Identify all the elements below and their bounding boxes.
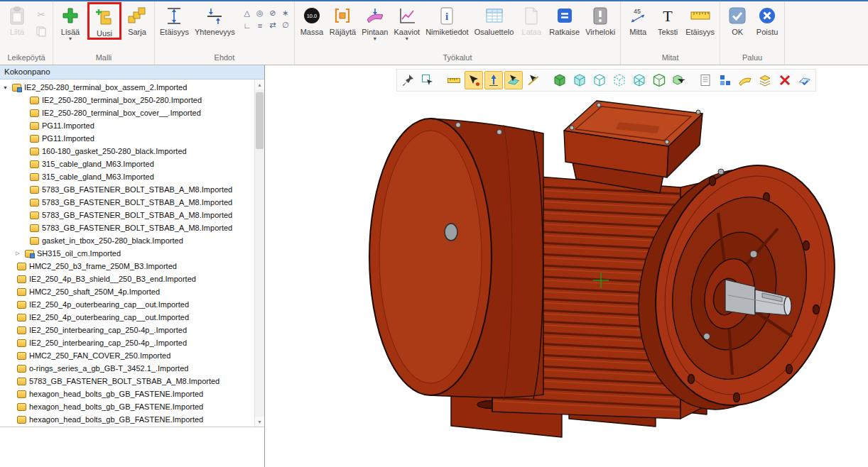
- tree-item[interactable]: PG11.Imported: [0, 119, 254, 132]
- notes-list-button[interactable]: [696, 71, 715, 89]
- surface-mode-button[interactable]: [736, 71, 754, 89]
- svg-text:i: i: [445, 11, 448, 22]
- motor-3d-model[interactable]: [265, 65, 868, 467]
- cut-button[interactable]: ✂: [33, 7, 49, 21]
- constraint-symmetric-button[interactable]: ∗: [279, 7, 292, 19]
- part-icon: [30, 211, 39, 219]
- diagrams-button[interactable]: Kaaviot ▾: [391, 3, 423, 41]
- item-info-button[interactable]: i Nimiketiedot: [423, 3, 472, 36]
- new-part-button[interactable]: Uusi: [89, 4, 119, 38]
- part-iso-button[interactable]: [650, 71, 668, 89]
- tree-item[interactable]: HMC2_250_FAN_COVER_250.Imported: [0, 349, 254, 362]
- constraint-parallel-button[interactable]: ≡: [254, 19, 266, 31]
- tree-item[interactable]: 315_cable_gland_M63.Imported: [0, 158, 254, 170]
- tree-item-label: HMC2_250_b3_frame_250M_B3.Imported: [29, 262, 177, 270]
- tree-item[interactable]: 5783_GB_FASTENER_BOLT_STBAB_A_M8.Importe…: [0, 196, 254, 209]
- 3d-viewport[interactable]: [265, 65, 868, 467]
- tree-item[interactable]: o-rings_series_a_gb_GB-T_3452.1_.Importe…: [0, 362, 254, 375]
- constraint-tangent-button[interactable]: ⊘: [266, 7, 279, 19]
- coincidence-constraint-button[interactable]: Yhtenevyys: [192, 3, 238, 36]
- ok-button[interactable]: OK: [722, 3, 752, 36]
- layer-stack-button[interactable]: [756, 71, 774, 89]
- tree-item[interactable]: 160-180_gasket_250-280_black.Imported: [0, 145, 254, 158]
- tree-item[interactable]: 5783_GB_FASTENER_BOLT_STBAB_A_M8.Importe…: [0, 209, 254, 221]
- tree-item[interactable]: ▼IE2_250-280_terminal_box_assem_2.Import…: [0, 81, 254, 94]
- distance-constraint-button[interactable]: Etäisyys: [157, 3, 192, 36]
- tree-item[interactable]: IE2_250_interbearing_cap_250-4p_.Importe…: [0, 324, 254, 336]
- terminal-box-part[interactable]: [564, 101, 702, 193]
- tree-item[interactable]: hexagon_head_bolts_gb_GB_FASTENE.Importe…: [0, 400, 254, 413]
- part-icon: [30, 224, 39, 232]
- to-surface-button[interactable]: Pintaan ▾: [359, 3, 391, 41]
- select-box-button[interactable]: [418, 71, 437, 89]
- tree-item[interactable]: IE2_250_4p_B3_shield__250_B3_end.Importe…: [0, 273, 254, 285]
- tree-item[interactable]: IE2_250-280_terminal_box_cover__.Importe…: [0, 106, 254, 119]
- dimension-icon: 45: [629, 5, 647, 26]
- part-pick-button[interactable]: [670, 71, 688, 89]
- tree-item[interactable]: HMC2_250_b3_frame_250M_B3.Imported: [0, 260, 254, 273]
- tree-item[interactable]: hexagon_head_bolts_gb_GB_FASTENE.Importe…: [0, 388, 254, 400]
- tree-item-label: hexagon_head_bolts_gb_GB_FASTENE.Importe…: [29, 402, 203, 411]
- pick-edge-button[interactable]: [524, 71, 543, 89]
- load-button[interactable]: Lataa: [516, 3, 546, 36]
- part-solid-button[interactable]: [550, 71, 569, 89]
- tree-item[interactable]: IE2_250_4p_outerbearing_cap__out.Importe…: [0, 298, 254, 311]
- constraint-perpendicular-button[interactable]: ∟: [241, 19, 254, 31]
- tree-item[interactable]: 5783_GB_FASTENER_BOLT_STBAB_A_M8.Importe…: [0, 221, 254, 234]
- error-log-button[interactable]: Virheloki: [582, 3, 618, 36]
- pick-face-button[interactable]: [504, 71, 523, 89]
- part-transparent-button[interactable]: [630, 71, 649, 89]
- plane-align-button[interactable]: [796, 71, 814, 89]
- tree-item[interactable]: ▷SH315_oil_cm.Imported: [0, 247, 254, 260]
- scroll-up-icon[interactable]: ▲: [255, 79, 264, 89]
- tree-item[interactable]: 315_cable_gland_M63.Imported: [0, 170, 254, 183]
- parts-list-button[interactable]: Osaluettelo: [472, 3, 517, 36]
- pin-button[interactable]: [398, 71, 417, 89]
- tree-item[interactable]: 5783_GB_FASTENER_BOLT_STBAB_A_M8.Importe…: [0, 183, 254, 196]
- constraint-diameter-button[interactable]: ∅: [279, 19, 292, 31]
- distance-measure-button[interactable]: Etäisyys: [683, 3, 717, 36]
- series-button[interactable]: Sarja: [122, 3, 152, 36]
- tree-item[interactable]: 5783_GB_FASTENER_BOLT_STBAB_A_M8.Importe…: [0, 375, 254, 388]
- pick-axis-button[interactable]: [484, 71, 503, 89]
- scrollbar-thumb[interactable]: [256, 92, 264, 149]
- part-wire-shaded-button[interactable]: [570, 71, 589, 89]
- pick-point-button[interactable]: [465, 71, 483, 89]
- tree-item[interactable]: PG11.Imported: [0, 132, 254, 145]
- tree-item[interactable]: IE2_250_4p_outerbearing_cap__out.Importe…: [0, 311, 254, 324]
- collapse-icon[interactable]: ▼: [3, 85, 12, 90]
- dimension-button[interactable]: 45 Mitta: [623, 3, 653, 36]
- structure-blocks-button[interactable]: [716, 71, 734, 89]
- measure-ruler-button[interactable]: [445, 71, 463, 89]
- tree-item[interactable]: IE2_250_interbearing_cap_250-4p_.Importe…: [0, 336, 254, 349]
- copy-button[interactable]: [33, 24, 49, 38]
- part-icon: [30, 97, 39, 104]
- mass-button[interactable]: 10.0 Massa: [297, 3, 327, 36]
- delete-selection-button[interactable]: [776, 71, 794, 89]
- to-surface-icon: [366, 5, 384, 26]
- tree-item[interactable]: IE2_250-280_terminal_box_250-280.Importe…: [0, 94, 254, 106]
- part-hidden-button[interactable]: [610, 71, 629, 89]
- tree-item[interactable]: hexagon_head_bolts_gb_GB_FASTENE.Importe…: [0, 413, 254, 426]
- tree-item[interactable]: HMC2_250_shaft_250M_4p.Imported: [0, 285, 254, 298]
- fan-cover-part[interactable]: [369, 119, 543, 400]
- assembly-tree: ▼IE2_250-280_terminal_box_assem_2.Import…: [0, 79, 264, 426]
- coincidence-constraint-icon: [205, 5, 224, 26]
- exit-button[interactable]: Poistu: [752, 3, 782, 36]
- explode-button[interactable]: Räjäytä: [327, 3, 359, 36]
- text-button[interactable]: T Teksti: [653, 3, 683, 36]
- tree-item[interactable]: gasket_in_tbox_250-280_black.Imported: [0, 234, 254, 247]
- assembly-icon: [25, 250, 34, 258]
- paste-button[interactable]: Liitä: [2, 3, 32, 36]
- tree-scrollbar[interactable]: ▲ ▼: [254, 79, 264, 427]
- tree-item-label: SH315_oil_cm.Imported: [37, 249, 121, 258]
- part-wire-button[interactable]: [590, 71, 609, 89]
- add-model-button[interactable]: Lisää ▾: [55, 3, 85, 41]
- constraint-concentric-button[interactable]: ◎: [254, 7, 266, 19]
- expand-icon[interactable]: ▷: [16, 251, 25, 256]
- solve-button[interactable]: Ratkaise: [546, 3, 582, 36]
- scroll-down-icon[interactable]: ▼: [255, 417, 264, 427]
- constraint-swap-button[interactable]: ⇄: [266, 19, 279, 31]
- constraint-angle-button[interactable]: △: [241, 7, 254, 19]
- tree-item-label: hexagon_head_bolts_gb_GB_FASTENE.Importe…: [29, 415, 203, 424]
